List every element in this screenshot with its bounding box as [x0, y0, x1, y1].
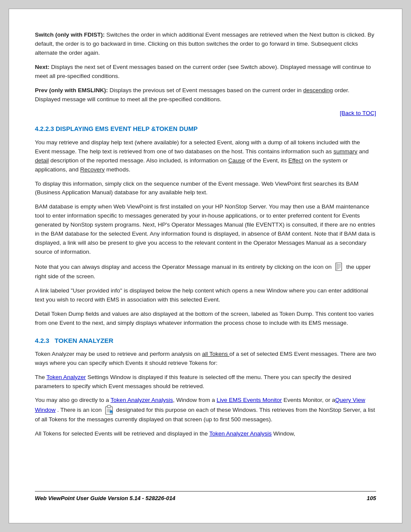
token-analyzer-link-1[interactable]: Token Analyzer — [47, 374, 86, 380]
book-icon — [334, 262, 344, 272]
section-heading-423: 4.2.3 TOKEN ANALYZER — [35, 336, 376, 345]
help-para-1: You may retrieve and display help text (… — [35, 138, 376, 174]
token-analyzer-analysis-link-2[interactable]: Token Analyzer Analysis — [209, 430, 272, 437]
token-analyzer-para-1: Token Analyzer may be used to retrieve a… — [35, 350, 376, 368]
back-to-toc[interactable]: [Back to TOC] — [35, 109, 376, 118]
svg-text:+: + — [110, 411, 112, 414]
help-para-2: To display this information, simply clic… — [35, 180, 376, 198]
footer-left: Web ViewPoint User Guide Version 5.14 - … — [35, 495, 175, 501]
token-analyzer-para-4: All Tokens for selected Events will be r… — [35, 429, 376, 439]
token-dump-para: Detail Token Dump fields and values are … — [35, 310, 376, 328]
query-view-link[interactable]: Query View Window — [35, 397, 365, 413]
token-analyzer-analysis-link[interactable]: Token Analyzer Analysis — [111, 397, 173, 403]
back-to-toc-link[interactable]: [Back to TOC] — [340, 110, 376, 116]
footer-right: 105 — [367, 495, 376, 501]
svg-rect-1 — [336, 263, 337, 271]
user-info-para: A link labeled "User provided info" is d… — [35, 286, 376, 305]
switch-para: Switch (only with FDIST): Switches the o… — [35, 31, 376, 58]
next-text: Displays the next set of Event messages … — [35, 64, 371, 79]
svg-rect-7 — [107, 405, 111, 408]
page: Switch (only with FDIST): Switches the o… — [9, 9, 402, 523]
switch-label: Switch (only with FDIST): — [35, 31, 105, 38]
help-para-3: BAM database is empty when Web ViewPoint… — [35, 202, 376, 257]
section-heading-4223: 4.2.2.3 DISPLAYING EMS EVENT HELP &TOKEN… — [35, 124, 376, 134]
live-ems-link[interactable]: Live EMS Events Monitor — [217, 397, 282, 403]
token-analyzer-para-2: The Token Analyzer Settings Window is di… — [35, 373, 376, 391]
footer: Web ViewPoint User Guide Version 5.14 - … — [35, 491, 376, 501]
prev-para: Prev (only with EMSLINK): Displays the p… — [35, 86, 376, 104]
next-label: Next: — [35, 64, 50, 70]
token-analyzer-para-3: You may also go directly to a Token Anal… — [35, 396, 376, 424]
next-para: Next: Displays the next set of Event mes… — [35, 63, 376, 81]
help-para-icon: Note that you can always display and acc… — [35, 262, 376, 281]
main-content: Switch (only with FDIST): Switches the o… — [35, 31, 376, 482]
clipboard-icon: + — [104, 405, 114, 415]
prev-label: Prev (only with EMSLINK): — [35, 87, 108, 93]
